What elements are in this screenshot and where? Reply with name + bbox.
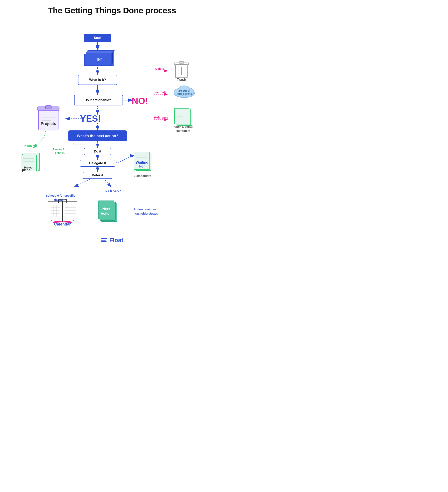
page-title: The Getting Things Done process	[8, 6, 216, 15]
svg-rect-43	[45, 106, 51, 109]
no-label: NO!	[132, 96, 148, 106]
cloud-icon: Possible later actions	[172, 82, 197, 98]
delete-label: Delete	[155, 67, 164, 70]
trash-icon: Trash	[173, 60, 190, 82]
svg-text:For: For	[139, 164, 145, 168]
next-action-icon: Next Action	[96, 199, 123, 227]
defer-it-box: Defer it	[83, 172, 112, 179]
svg-text:Possible: Possible	[179, 89, 189, 92]
in-box: "IN"	[82, 50, 114, 66]
svg-text:Action: Action	[101, 212, 112, 215]
svg-text:Next: Next	[102, 207, 110, 211]
what-is-it-box: What is it?	[78, 75, 117, 85]
action-reminder-label: Action reminderlists/folders/trays	[134, 203, 158, 216]
planning-label: Planning	[24, 144, 36, 147]
do-it-box: Do it	[84, 148, 111, 155]
svg-rect-41	[39, 108, 58, 130]
svg-text:later actions: later actions	[177, 92, 192, 95]
projects-icon: Projects	[37, 104, 62, 132]
project-plans-icon: Project plans	[19, 152, 44, 172]
svg-text:Projects: Projects	[41, 122, 56, 126]
do-it-asap-label: Do it ASAP	[105, 189, 121, 192]
next-action-question-box: What's the next action?	[68, 130, 127, 141]
svg-line-19	[74, 178, 92, 187]
svg-rect-61	[48, 202, 62, 221]
is-actionable-box: Is it actionable?	[74, 95, 123, 105]
yes-label: YES!	[80, 113, 101, 124]
folders-icon: Paper & digitallist/folders	[172, 108, 195, 133]
float-logo: Float	[101, 237, 123, 244]
svg-line-20	[103, 178, 111, 187]
svg-rect-62	[63, 202, 77, 221]
incubate-label: Incubate	[155, 90, 167, 94]
reference-label: Reference	[154, 116, 168, 119]
review-actions-label: Review forActions	[53, 144, 67, 155]
svg-text:Waiting: Waiting	[136, 161, 148, 164]
delegate-it-box: Delegate it	[80, 160, 115, 167]
svg-rect-25	[179, 62, 184, 63]
waiting-for-icon: Waiting For Lists/folders	[131, 151, 154, 177]
svg-rect-37	[174, 108, 189, 124]
calendar-icon: Calendar	[47, 199, 78, 226]
stuff-box: Stuff	[84, 34, 111, 42]
